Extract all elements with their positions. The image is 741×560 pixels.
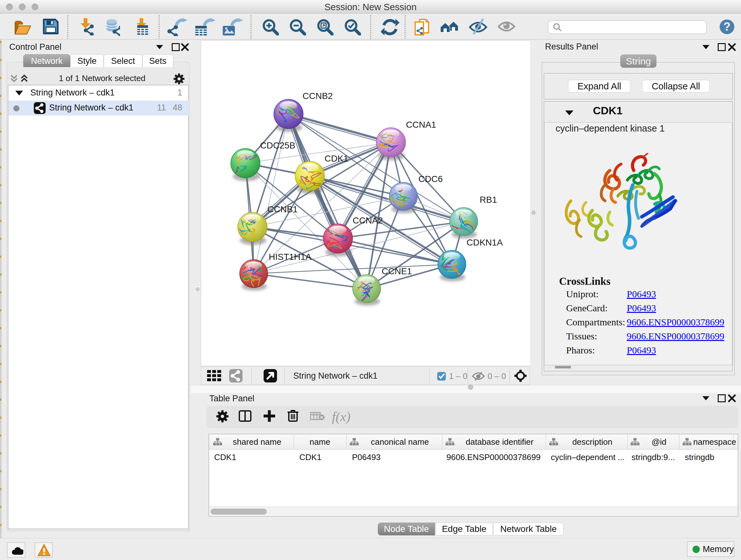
svg-text:CDC25B: CDC25B [260,140,295,150]
svg-text:CDK1: CDK1 [325,153,348,164]
svg-text:CDKN1A: CDKN1A [467,238,503,247]
svg-text:CCNA2: CCNA2 [353,215,383,226]
svg-text:CCNB2: CCNB2 [302,91,333,101]
svg-text:CCNB1: CCNB1 [267,204,298,214]
svg-text:HIST1H1A: HIST1H1A [269,252,312,262]
svg-text:RB1: RB1 [480,195,497,205]
svg-text:CDC6: CDC6 [418,174,443,184]
svg-text:CCNA1: CCNA1 [406,120,436,130]
svg-text:CCNE1: CCNE1 [382,266,412,276]
